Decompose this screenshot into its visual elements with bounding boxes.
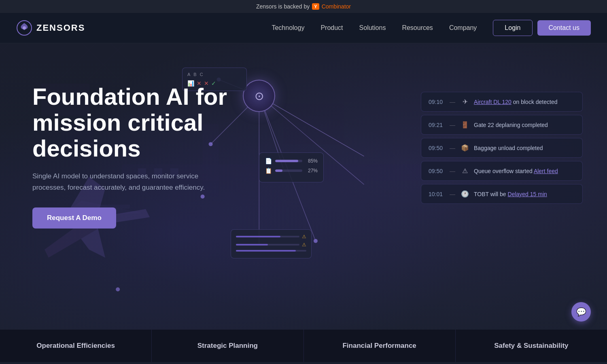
bottom-item-strategic[interactable]: Strategic Planning [152,330,304,362]
hero-subtitle: Single AI model to understand spaces, mo… [32,171,227,193]
bar-pct-1: 85% [306,158,318,164]
activity-text-rest-1: on block detected [513,99,558,105]
tobt-text: TOBT will be [474,191,508,197]
warning-icon-2: ⚠ [302,242,306,248]
logo-text: ZENSORS [36,23,85,33]
svg-rect-9 [283,104,344,144]
queue-icon: ⚠ [461,167,469,175]
clock-icon: 🕐 [461,190,469,198]
bottom-bar: Operational Efficiencies Strategic Plann… [0,330,607,362]
bar-row-2: 📋 27% [265,167,318,174]
activity-text-5: TOBT will be Delayed 15 min [474,191,547,197]
demo-button[interactable]: Request A Demo [32,207,116,229]
bottom-item-financial[interactable]: Financial Performance [304,330,456,362]
logo[interactable]: ZENSORS [16,20,85,36]
activity-sep-2: — [450,122,455,128]
alerts-panel: ⚠ ⚠ [231,229,312,258]
activity-sep-4: — [450,168,455,174]
activity-sep-3: — [450,145,455,151]
bottom-item-operational[interactable]: Operational Efficiencies [0,330,152,362]
alert-bar-1 [236,236,299,237]
activity-item-2: 09:21 — 🚪 Gate 22 deplaning completed [421,115,583,135]
alert-row-3 [236,250,306,252]
activity-time-3: 09:50 [429,145,444,151]
announcement-banner: Zensors is backed by Y Combinator [0,0,607,13]
activity-time-2: 09:21 [429,122,444,128]
activity-sep-5: — [450,191,455,197]
metrics-panel: 📄 85% 📋 27% [259,152,324,182]
yc-logo: Y [312,3,319,10]
bar-track-1 [275,160,302,162]
queue-text: Queue overflow started [474,168,534,174]
activity-time-4: 09:50 [429,168,444,174]
svg-point-1 [23,26,26,30]
bar-icon-1: 📄 [265,158,272,164]
alert-row-1: ⚠ [236,234,306,239]
hero-title-line1: Foundation AI for [32,83,227,110]
bottom-item-safety[interactable]: Safety & Sustainability [456,330,607,362]
nav-resources[interactable]: Resources [402,24,433,32]
gate-icon: 🚪 [461,121,469,129]
panel-labels: A B C [187,72,242,77]
yc-link[interactable]: Combinator [322,3,351,10]
hero-title-line3: decisions [32,135,141,161]
chat-icon: 💬 [576,307,586,317]
delay-link[interactable]: Delayed 15 min [508,191,547,197]
activity-text-3: Baggage unload completed [474,145,543,151]
hero-section: ⊙ A B C 📊 ✕ ✕ ✓ 📄 85% 📋 2 [0,43,607,362]
flight-icon: ✈ [461,98,469,106]
activity-text-4: Queue overflow started Alert feed [474,168,558,174]
activity-item-5: 10:01 — 🕐 TOBT will be Delayed 15 min [421,184,583,204]
bar-track-2 [275,169,302,172]
contact-button[interactable]: Contact us [537,20,591,36]
nav-links: Technology Product Solutions Resources C… [272,24,477,32]
baggage-icon: 📦 [461,144,469,152]
hero-title-line2: mission critical [32,109,203,135]
activity-time-1: 09:10 [429,99,444,105]
hub-circle: ⊙ [243,80,275,112]
login-button[interactable]: Login [493,20,532,36]
activity-text-2: Gate 22 deplaning completed [474,122,548,128]
alert-bar-2 [236,244,299,245]
bar-fill-2 [275,169,282,172]
logo-icon [16,20,32,36]
nav-technology[interactable]: Technology [272,24,304,32]
hub-node: ⊙ [243,80,275,112]
aircraft-link[interactable]: Aircraft DL 120 [474,99,511,105]
alert-bar-3 [236,250,306,252]
activity-sep-1: — [450,99,455,105]
bar-pct-2: 27% [306,168,318,174]
bar-fill-1 [275,160,298,162]
hero-title: Foundation AI for mission critical decis… [32,84,227,161]
warning-icon-1: ⚠ [302,234,306,239]
nav-product[interactable]: Product [320,24,343,32]
navbar: ZENSORS Technology Product Solutions Res… [0,13,607,43]
nav-solutions[interactable]: Solutions [359,24,386,32]
nav-company[interactable]: Company [449,24,477,32]
banner-text: Zensors is backed by [256,3,310,10]
bar-row-1: 📄 85% [265,158,318,164]
label-a: A [187,72,190,77]
alert-feed-link[interactable]: Alert feed [534,168,558,174]
activity-item-4: 09:50 — ⚠ Queue overflow started Alert f… [421,161,583,181]
hero-content: Foundation AI for mission critical decis… [32,84,227,229]
activity-item-1: 09:10 — ✈ Aircraft DL 120 on block detec… [421,92,583,112]
label-b: B [193,72,196,77]
bar-icon-2: 📋 [265,167,272,174]
activity-feed: 09:10 — ✈ Aircraft DL 120 on block detec… [421,92,583,204]
activity-text-1: Aircraft DL 120 on block detected [474,99,558,105]
activity-item-3: 09:50 — 📦 Baggage unload completed [421,138,583,158]
label-c: C [200,72,203,77]
activity-time-5: 10:01 [429,191,444,197]
hub-icon: ⊙ [255,89,264,103]
alert-row-2: ⚠ [236,242,306,248]
chat-widget[interactable]: 💬 [571,302,591,322]
